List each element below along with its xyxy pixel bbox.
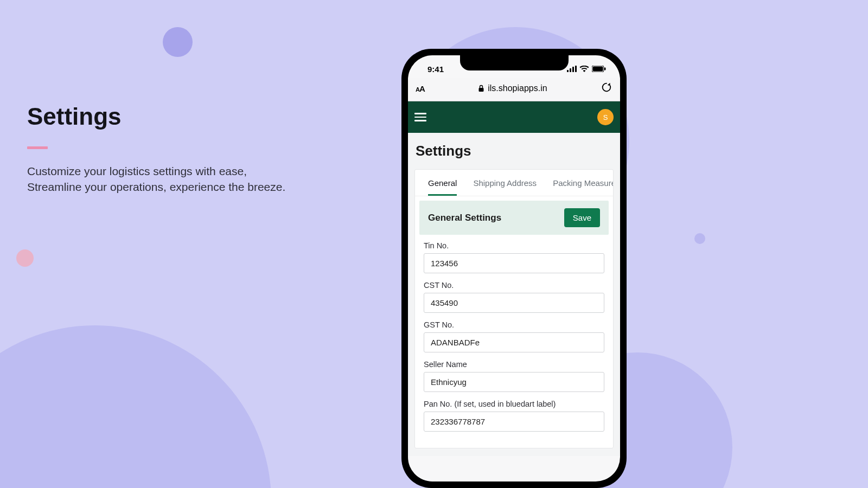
svg-rect-6 xyxy=(604,68,606,70)
url-text: ils.shopiapps.in xyxy=(488,84,547,93)
reload-button[interactable] xyxy=(601,81,612,95)
field-seller-name: Seller Name xyxy=(424,360,604,392)
battery-icon xyxy=(592,66,606,72)
input-pan-no[interactable] xyxy=(424,412,604,432)
decor-circle xyxy=(163,27,193,57)
input-gst-no[interactable] xyxy=(424,332,604,352)
label-pan-no: Pan No. (If set, used in bluedart label) xyxy=(424,400,604,408)
input-cst-no[interactable] xyxy=(424,293,604,313)
status-time: 9:41 xyxy=(427,65,444,74)
panel-header: General Settings Save xyxy=(419,201,609,235)
svg-rect-3 xyxy=(575,66,577,72)
decor-circle xyxy=(0,325,271,488)
save-button[interactable]: Save xyxy=(564,208,600,227)
phone-notch xyxy=(460,55,569,70)
tabs: General Shipping Address Packing Measure xyxy=(415,170,613,196)
accent-bar xyxy=(27,146,48,149)
svg-rect-2 xyxy=(572,67,574,72)
field-tin-no: Tin No. xyxy=(424,241,604,273)
label-gst-no: GST No. xyxy=(424,320,604,329)
decor-circle xyxy=(16,249,34,267)
svg-rect-1 xyxy=(570,68,571,72)
lock-icon xyxy=(478,85,484,92)
wifi-icon xyxy=(579,66,589,72)
phone-screen: 9:41 AA ils.shopiapps.in S xyxy=(408,55,620,481)
reload-icon xyxy=(601,81,612,93)
marketing-desc: Customize your logistics settings with e… xyxy=(27,163,298,195)
tab-general[interactable]: General xyxy=(428,178,457,196)
browser-bar: AA ils.shopiapps.in xyxy=(408,78,620,101)
app-header: S xyxy=(408,101,620,133)
tab-packing-measure[interactable]: Packing Measure xyxy=(553,178,613,196)
field-cst-no: CST No. xyxy=(424,281,604,313)
signal-icon xyxy=(567,66,577,72)
panel-title: General Settings xyxy=(428,213,501,223)
page-body: Settings General Shipping Address Packin… xyxy=(408,133,620,456)
phone-frame: 9:41 AA ils.shopiapps.in S xyxy=(401,49,627,488)
input-tin-no[interactable] xyxy=(424,253,604,273)
tab-shipping-address[interactable]: Shipping Address xyxy=(473,178,537,196)
label-cst-no: CST No. xyxy=(424,281,604,290)
input-seller-name[interactable] xyxy=(424,372,604,392)
page-title: Settings xyxy=(27,103,298,130)
screen-title: Settings xyxy=(414,140,614,162)
menu-button[interactable] xyxy=(414,113,426,121)
text-size-control[interactable]: AA xyxy=(416,84,425,93)
marketing-text: Settings Customize your logistics settin… xyxy=(27,103,298,195)
label-seller-name: Seller Name xyxy=(424,360,604,369)
settings-card: General Shipping Address Packing Measure… xyxy=(414,169,614,448)
url-display[interactable]: ils.shopiapps.in xyxy=(478,84,547,93)
form: Tin No. CST No. GST No. Seller Name xyxy=(415,239,613,448)
status-icons xyxy=(567,66,606,72)
svg-rect-0 xyxy=(567,70,569,72)
svg-rect-7 xyxy=(479,88,484,92)
avatar[interactable]: S xyxy=(597,109,614,125)
field-gst-no: GST No. xyxy=(424,320,604,352)
label-tin-no: Tin No. xyxy=(424,241,604,250)
svg-rect-5 xyxy=(593,67,603,72)
decor-circle xyxy=(694,233,705,244)
field-pan-no: Pan No. (If set, used in bluedart label) xyxy=(424,400,604,432)
